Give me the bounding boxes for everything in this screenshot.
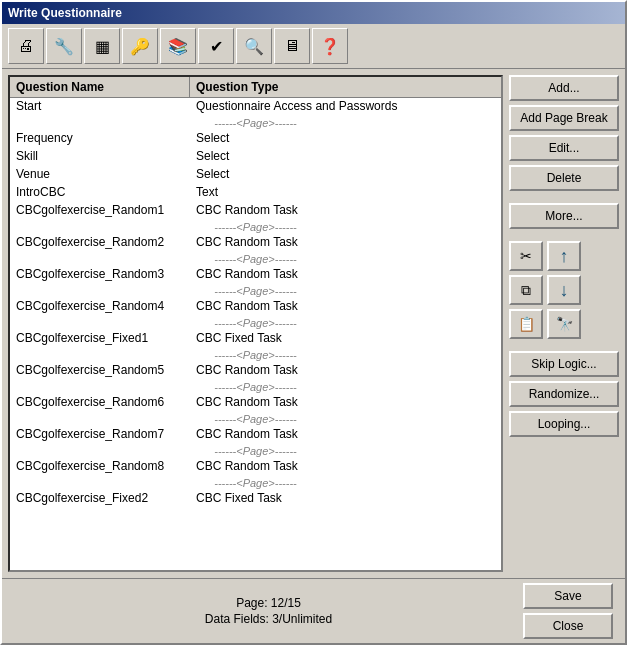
page-separator: ------<Page>------: [10, 220, 501, 234]
question-type-cell: Select: [190, 166, 501, 184]
cut-button[interactable]: ✂: [509, 241, 543, 271]
question-type-cell: CBC Random Task: [190, 202, 501, 220]
wrench-icon[interactable]: 🔧: [46, 28, 82, 64]
question-type-cell: CBC Random Task: [190, 298, 501, 316]
move-down-button[interactable]: ↓: [547, 275, 581, 305]
question-type-cell: CBC Fixed Task: [190, 490, 501, 508]
more-button[interactable]: More...: [509, 203, 619, 229]
question-name-cell: CBCgolfexercise_Random6: [10, 394, 190, 412]
question-name-cell: IntroCBC: [10, 184, 190, 202]
close-button[interactable]: Close: [523, 613, 613, 639]
monitor-icon[interactable]: 🖥: [274, 28, 310, 64]
question-type-cell: CBC Random Task: [190, 362, 501, 380]
main-window: Write Questionnaire 🖨🔧▦🔑📚✔🔍🖥❓ Question N…: [0, 0, 627, 645]
table-row[interactable]: CBCgolfexercise_Fixed1CBC Fixed Task: [10, 330, 501, 348]
page-separator: ------<Page>------: [10, 116, 501, 130]
icon-row-1: ✂ ↑: [509, 241, 619, 271]
delete-button[interactable]: Delete: [509, 165, 619, 191]
question-type-cell: Select: [190, 148, 501, 166]
question-name-cell: CBCgolfexercise_Random7: [10, 426, 190, 444]
move-up-button[interactable]: ↑: [547, 241, 581, 271]
page-separator: ------<Page>------: [10, 348, 501, 362]
table-row[interactable]: CBCgolfexercise_Random8CBC Random Task: [10, 458, 501, 476]
question-name-cell: Frequency: [10, 130, 190, 148]
grid-icon[interactable]: ▦: [84, 28, 120, 64]
icon-row-3: 📋 🔭: [509, 309, 619, 339]
question-name-cell: Skill: [10, 148, 190, 166]
table-row[interactable]: CBCgolfexercise_Random7CBC Random Task: [10, 426, 501, 444]
skip-logic-button[interactable]: Skip Logic...: [509, 351, 619, 377]
copy-button[interactable]: ⧉: [509, 275, 543, 305]
add-page-break-button[interactable]: Add Page Break: [509, 105, 619, 131]
question-name-cell: CBCgolfexercise_Random8: [10, 458, 190, 476]
table-row[interactable]: CBCgolfexercise_Random4CBC Random Task: [10, 298, 501, 316]
question-type-cell: CBC Fixed Task: [190, 330, 501, 348]
looping-button[interactable]: Looping...: [509, 411, 619, 437]
question-name-cell: CBCgolfexercise_Random5: [10, 362, 190, 380]
table-row[interactable]: IntroCBCText: [10, 184, 501, 202]
randomize-button[interactable]: Randomize...: [509, 381, 619, 407]
toolbar: 🖨🔧▦🔑📚✔🔍🖥❓: [2, 24, 625, 69]
table-row[interactable]: CBCgolfexercise_Random2CBC Random Task: [10, 234, 501, 252]
question-type-cell: CBC Random Task: [190, 426, 501, 444]
table-row[interactable]: CBCgolfexercise_Fixed2CBC Fixed Task: [10, 490, 501, 508]
search-icon[interactable]: 🔍: [236, 28, 272, 64]
table-row[interactable]: CBCgolfexercise_Random6CBC Random Task: [10, 394, 501, 412]
bottom-info: Page: 12/15 Data Fields: 3/Unlimited: [14, 596, 523, 626]
check-icon[interactable]: ✔: [198, 28, 234, 64]
question-name-cell: CBCgolfexercise_Random4: [10, 298, 190, 316]
question-type-cell: CBC Random Task: [190, 458, 501, 476]
question-name-cell: CBCgolfexercise_Fixed2: [10, 490, 190, 508]
print-icon[interactable]: 🖨: [8, 28, 44, 64]
question-type-cell: CBC Random Task: [190, 234, 501, 252]
question-name-cell: CBCgolfexercise_Random1: [10, 202, 190, 220]
page-separator: ------<Page>------: [10, 284, 501, 298]
title-bar: Write Questionnaire: [2, 2, 625, 24]
list-header: Question Name Question Type: [10, 77, 501, 98]
data-fields-info: Data Fields: 3/Unlimited: [205, 612, 332, 626]
bottom-buttons: Save Close: [523, 583, 613, 639]
question-name-cell: Venue: [10, 166, 190, 184]
question-type-cell: Text: [190, 184, 501, 202]
col-header-name: Question Name: [10, 77, 190, 97]
icon-row-2: ⧉ ↓: [509, 275, 619, 305]
page-separator: ------<Page>------: [10, 380, 501, 394]
add-button[interactable]: Add...: [509, 75, 619, 101]
question-type-cell: CBC Random Task: [190, 266, 501, 284]
edit-button[interactable]: Edit...: [509, 135, 619, 161]
page-separator: ------<Page>------: [10, 412, 501, 426]
table-row[interactable]: StartQuestionnaire Access and Passwords: [10, 98, 501, 116]
find-button[interactable]: 🔭: [547, 309, 581, 339]
list-body[interactable]: StartQuestionnaire Access and Passwords-…: [10, 98, 501, 570]
question-list: Question Name Question Type StartQuestio…: [8, 75, 503, 572]
save-button[interactable]: Save: [523, 583, 613, 609]
table-row[interactable]: CBCgolfexercise_Random1CBC Random Task: [10, 202, 501, 220]
page-separator: ------<Page>------: [10, 252, 501, 266]
question-name-cell: CBCgolfexercise_Random3: [10, 266, 190, 284]
paste-button[interactable]: 📋: [509, 309, 543, 339]
table-row[interactable]: CBCgolfexercise_Random3CBC Random Task: [10, 266, 501, 284]
content-area: Question Name Question Type StartQuestio…: [2, 69, 625, 578]
question-type-cell: CBC Random Task: [190, 394, 501, 412]
page-separator: ------<Page>------: [10, 476, 501, 490]
bottom-bar: Page: 12/15 Data Fields: 3/Unlimited Sav…: [2, 578, 625, 643]
table-row[interactable]: VenueSelect: [10, 166, 501, 184]
table-row[interactable]: FrequencySelect: [10, 130, 501, 148]
page-separator: ------<Page>------: [10, 444, 501, 458]
book-icon[interactable]: 📚: [160, 28, 196, 64]
col-header-type: Question Type: [190, 77, 501, 97]
page-info: Page: 12/15: [236, 596, 301, 610]
question-name-cell: Start: [10, 98, 190, 116]
question-type-cell: Select: [190, 130, 501, 148]
key-icon[interactable]: 🔑: [122, 28, 158, 64]
page-separator: ------<Page>------: [10, 316, 501, 330]
question-name-cell: CBCgolfexercise_Random2: [10, 234, 190, 252]
question-type-cell: Questionnaire Access and Passwords: [190, 98, 501, 116]
table-row[interactable]: CBCgolfexercise_Random5CBC Random Task: [10, 362, 501, 380]
help-icon[interactable]: ❓: [312, 28, 348, 64]
right-panel: Add... Add Page Break Edit... Delete Mor…: [509, 75, 619, 572]
window-title: Write Questionnaire: [8, 6, 122, 20]
table-row[interactable]: SkillSelect: [10, 148, 501, 166]
question-name-cell: CBCgolfexercise_Fixed1: [10, 330, 190, 348]
